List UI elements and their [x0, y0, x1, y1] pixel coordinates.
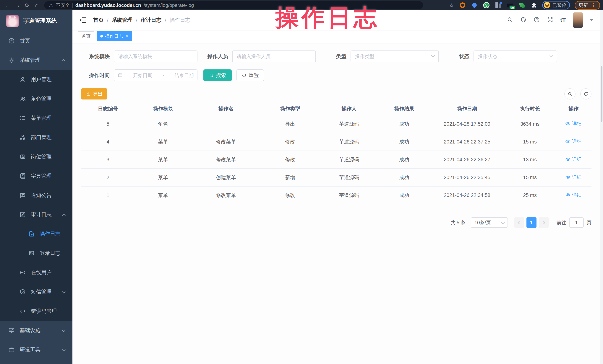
browser-forward-icon[interactable]: → [13, 2, 22, 8]
status-select[interactable]: 操作状态 [474, 51, 557, 62]
sidebar-item-sms-management[interactable]: 短信管理 [0, 282, 72, 301]
book-icon [19, 173, 26, 179]
type-select[interactable]: 操作类型 [350, 51, 439, 62]
help-icon[interactable] [533, 17, 540, 23]
sidebar-item-role-management[interactable]: 角色管理 [0, 89, 72, 108]
browser-extensions-area: ☆ y on 已暂停 更新 ⋮ [449, 1, 600, 10]
date-range-picker[interactable]: 开始日期 - 结束日期 [114, 69, 197, 81]
filter-row-1: 系统模块 操作人员 类型 操作类型 状态 操作状态 [81, 51, 591, 62]
extension-puzzle-icon[interactable] [530, 2, 537, 9]
pagination: 共 5 条 10条/页 1 前往 页 [81, 217, 591, 228]
extension-drop-icon[interactable] [471, 2, 478, 9]
detail-link[interactable]: 详细 [565, 138, 582, 145]
extension-leaf-icon[interactable] [519, 2, 525, 9]
sidebar-item-dev-tools[interactable]: 研发工具 [0, 340, 72, 359]
extension-grid-icon[interactable] [495, 2, 502, 9]
tag-operate-log[interactable]: 操作日志 × [97, 31, 132, 41]
type-label: 类型 [318, 53, 347, 60]
edit-square-icon [19, 211, 26, 218]
filter-time: 操作时间 开始日期 - 结束日期 [81, 69, 197, 81]
next-page-button[interactable] [539, 217, 549, 228]
tag-home[interactable]: 首页 [78, 31, 94, 41]
sidebar-item-label: 研发工具 [20, 346, 40, 353]
scrollbar-thumb[interactable] [601, 66, 603, 122]
sidebar-item-menu-management[interactable]: 菜单管理 [0, 108, 72, 128]
browser-menu-icon[interactable]: ⋮ [591, 2, 596, 8]
toggle-search-button[interactable] [564, 88, 576, 99]
browser-home-icon[interactable]: ⌂ [32, 2, 42, 8]
page-size-select[interactable]: 10条/页 [471, 217, 508, 228]
chevron-down-icon [502, 220, 504, 226]
sidebar-item-login-log[interactable]: 登录日志 [0, 243, 72, 263]
browser-update-button[interactable]: 更新 ⋮ [575, 1, 600, 10]
extension-ring-icon[interactable] [459, 2, 466, 9]
sidebar-item-label: 短信管理 [31, 288, 52, 295]
breadcrumb-audit-log[interactable]: 审计日志 [141, 17, 162, 23]
file-text-icon [28, 231, 35, 237]
github-icon[interactable] [520, 17, 526, 23]
time-label: 操作时间 [81, 72, 110, 79]
table-header-row: 日志编号 操作模块 操作名 操作类型 操作人 操作结果 操作日期 执行时长 操作 [81, 102, 591, 115]
address-divider [72, 3, 73, 8]
breadcrumb-home[interactable]: 首页 [93, 17, 104, 23]
sidebar-item-notice[interactable]: 通知公告 [0, 186, 72, 205]
prev-page-button[interactable] [514, 217, 524, 228]
app-logo-row[interactable]: 芋道管理系统 [0, 11, 72, 31]
goto-page-input[interactable] [569, 217, 584, 228]
current-page-button[interactable]: 1 [526, 217, 536, 228]
bookmark-star-icon[interactable]: ☆ [449, 2, 454, 9]
col-header-date: 操作日期 [430, 102, 504, 115]
search-button[interactable]: 搜索 [203, 69, 232, 81]
sidebar-item-infrastructure[interactable]: 基础设施 [0, 321, 72, 340]
close-icon[interactable]: × [126, 34, 128, 39]
detail-link[interactable]: 详细 [565, 121, 582, 127]
refresh-button[interactable] [580, 88, 591, 99]
page-scrollbar[interactable] [600, 11, 603, 364]
caret-down-icon[interactable] [590, 19, 593, 21]
sidebar-item-dept-management[interactable]: 部门管理 [0, 128, 72, 147]
sidebar-item-user-management[interactable]: 用户管理 [0, 70, 72, 89]
hamburger-icon[interactable] [79, 16, 87, 24]
extension-green-icon[interactable]: y [483, 2, 490, 9]
breadcrumb-operate-log: 操作日志 [170, 17, 190, 23]
detail-link[interactable]: 详细 [565, 156, 582, 163]
sidebar-menu: 首页 系统管理 用户管理 角色管理 [0, 31, 72, 359]
font-size-icon[interactable]: tT [560, 17, 566, 23]
app-logo-image [6, 15, 19, 27]
paused-label: 已暂停 [553, 2, 566, 8]
sidebar-item-home[interactable]: 首页 [0, 31, 72, 51]
chevron-down-icon [432, 55, 434, 58]
filter-status: 状态 操作状态 [441, 51, 557, 62]
sidebar-item-system-management[interactable]: 系统管理 [0, 51, 72, 70]
list-icon [19, 115, 26, 121]
browser-back-icon[interactable]: ← [3, 2, 13, 8]
pagination-total: 共 5 条 [451, 220, 465, 226]
org-tree-icon [19, 134, 26, 141]
fullscreen-icon[interactable] [547, 17, 553, 23]
sidebar-item-audit-log[interactable]: 审计日志 [0, 205, 72, 224]
col-header-log-id: 日志编号 [81, 102, 135, 115]
sidebar-item-dict-management[interactable]: 字典管理 [0, 166, 72, 186]
module-input[interactable] [118, 54, 193, 59]
sidebar-item-operate-log[interactable]: 操作日志 [0, 224, 72, 243]
breadcrumb-system[interactable]: 系统管理 [112, 17, 133, 23]
extension-switch-icon[interactable]: on [507, 2, 514, 9]
search-icon[interactable] [507, 17, 513, 23]
sidebar-item-online-users[interactable]: 在线用户 [0, 263, 72, 282]
extension-paused-pill[interactable]: 已暂停 [542, 1, 570, 10]
chevron-down-icon [62, 327, 65, 333]
avatar[interactable] [573, 12, 583, 28]
url-path: /system/log/operate-log [144, 2, 194, 8]
browser-reload-icon[interactable]: ⟳ [22, 2, 32, 9]
sidebar-item-errorcode-management[interactable]: 错误码管理 [0, 301, 72, 321]
detail-link[interactable]: 详细 [565, 174, 582, 180]
operator-input[interactable] [237, 54, 311, 59]
not-secure-label[interactable]: 不安全 [56, 2, 70, 8]
sidebar-item-label: 岗位管理 [31, 153, 52, 160]
tag-label: 首页 [82, 33, 91, 39]
reset-button[interactable]: 重置 [236, 69, 264, 81]
main-content: 系统模块 操作人员 类型 操作类型 状态 操作状态 操作时间 [72, 43, 600, 364]
detail-link[interactable]: 详细 [565, 192, 582, 198]
sidebar-item-post-management[interactable]: 岗位管理 [0, 147, 72, 166]
export-button[interactable]: 导出 [81, 88, 107, 99]
